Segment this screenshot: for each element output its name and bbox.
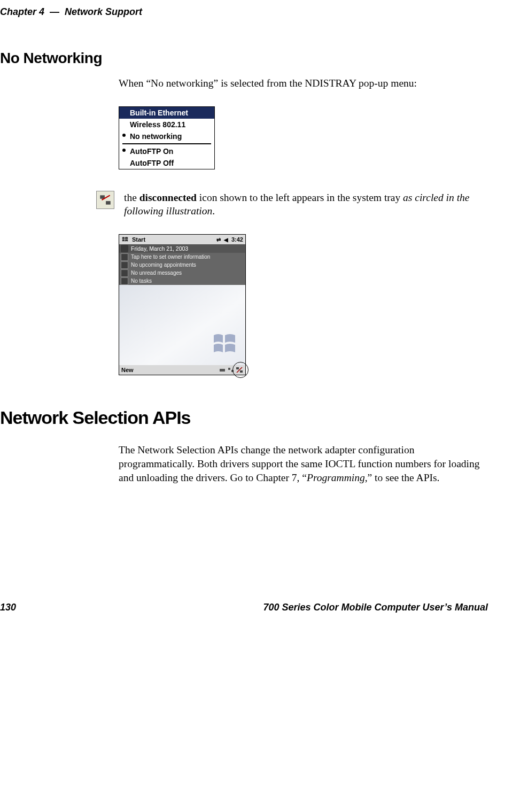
owner-info-row: Tap here to set owner information bbox=[119, 253, 245, 261]
row-text: No unread messages bbox=[131, 270, 182, 276]
body-italic: Programming bbox=[307, 472, 365, 483]
menu-separator bbox=[122, 143, 211, 144]
pocketpc-screenshot: Start ⇄ ◀ 3:42 Friday, March 21, 2003 Ta… bbox=[119, 234, 246, 375]
svg-rect-7 bbox=[236, 367, 239, 369]
svg-rect-1 bbox=[106, 201, 111, 205]
menu-item-no-networking: No networking bbox=[119, 130, 214, 142]
heading-no-networking: No Networking bbox=[0, 50, 488, 67]
bullet-icon bbox=[122, 134, 126, 137]
calendar-icon bbox=[121, 261, 128, 269]
text-pre: the bbox=[124, 192, 139, 203]
clock-time: 3:42 bbox=[231, 236, 243, 243]
chapter-label: Chapter 4 bbox=[0, 6, 44, 18]
menu-item-label: Wireless 802.11 bbox=[130, 120, 185, 129]
tray-icon-1 bbox=[219, 366, 226, 374]
owl-icon bbox=[121, 245, 128, 252]
appointments-row: No upcoming appointments bbox=[119, 261, 245, 269]
windows-flag-icon bbox=[211, 331, 238, 358]
svg-rect-6 bbox=[231, 370, 234, 372]
owner-icon bbox=[121, 253, 128, 261]
row-text: Tap here to set owner information bbox=[131, 254, 210, 260]
menu-item-autoftp-on: AutoFTP On bbox=[119, 145, 214, 157]
network-selection-apis-body: The Network Selection APIs change the ne… bbox=[119, 443, 493, 484]
bullet-icon bbox=[122, 149, 126, 152]
svg-rect-8 bbox=[240, 370, 243, 373]
date-text: Friday, March 21, 2003 bbox=[131, 245, 188, 252]
heading-network-selection-apis: Network Selection APIs bbox=[0, 407, 488, 428]
row-text: No upcoming appointments bbox=[131, 262, 196, 268]
menu-item-label: Built-in Ethernet bbox=[130, 109, 188, 117]
menu-item-label: No networking bbox=[130, 132, 182, 141]
menu-item-autoftp-off: AutoFTP Off bbox=[119, 157, 214, 169]
manual-title: 700 Series Color Mobile Computer User’s … bbox=[263, 602, 488, 613]
svg-rect-4 bbox=[220, 369, 225, 372]
header-dash: — bbox=[50, 6, 59, 18]
no-networking-intro: When “No networking” is selected from th… bbox=[119, 76, 493, 90]
pocketpc-bottombar: New bbox=[119, 365, 245, 375]
text-bold: disconnected bbox=[139, 192, 197, 203]
start-label: Start bbox=[132, 236, 145, 243]
page-header: Chapter 4 — Network Support bbox=[0, 6, 488, 18]
text-post: . bbox=[212, 205, 215, 216]
ndistray-popup-figure: Built-in Ethernet Wireless 802.11 No net… bbox=[119, 106, 215, 169]
tray-icon-2 bbox=[227, 366, 235, 374]
speaker-icon: ◀ bbox=[224, 237, 228, 243]
menu-item-label: AutoFTP Off bbox=[130, 159, 174, 167]
row-text: No tasks bbox=[131, 278, 152, 284]
messages-row: No unread messages bbox=[119, 269, 245, 277]
disconnected-icon bbox=[96, 191, 114, 209]
body-post: ,” to see the APIs. bbox=[365, 472, 440, 483]
menu-item-wireless: Wireless 802.11 bbox=[119, 119, 214, 130]
date-row: Friday, March 21, 2003 bbox=[119, 244, 245, 253]
new-label: New bbox=[121, 367, 134, 373]
menu-item-built-in-ethernet: Built-in Ethernet bbox=[119, 107, 214, 119]
check-icon bbox=[121, 277, 128, 285]
page-number: 130 bbox=[0, 602, 16, 613]
system-tray bbox=[219, 366, 243, 374]
text-mid: icon shown to the left appears in the sy… bbox=[197, 192, 403, 203]
section-title: Network Support bbox=[65, 6, 142, 18]
tray-disconnected-icon bbox=[236, 366, 243, 374]
menu-item-label: AutoFTP On bbox=[130, 147, 173, 156]
disconnected-icon-text: the disconnected icon shown to the left … bbox=[124, 191, 487, 218]
pocketpc-body bbox=[119, 285, 245, 365]
windows-logo-icon bbox=[121, 236, 129, 243]
pocketpc-topbar: Start ⇄ ◀ 3:42 bbox=[119, 235, 245, 244]
tasks-row: No tasks bbox=[119, 277, 245, 285]
connectivity-icon: ⇄ bbox=[216, 237, 221, 243]
page-footer: 130 700 Series Color Mobile Computer Use… bbox=[0, 602, 488, 613]
svg-rect-5 bbox=[228, 368, 230, 370]
envelope-icon bbox=[121, 269, 128, 277]
